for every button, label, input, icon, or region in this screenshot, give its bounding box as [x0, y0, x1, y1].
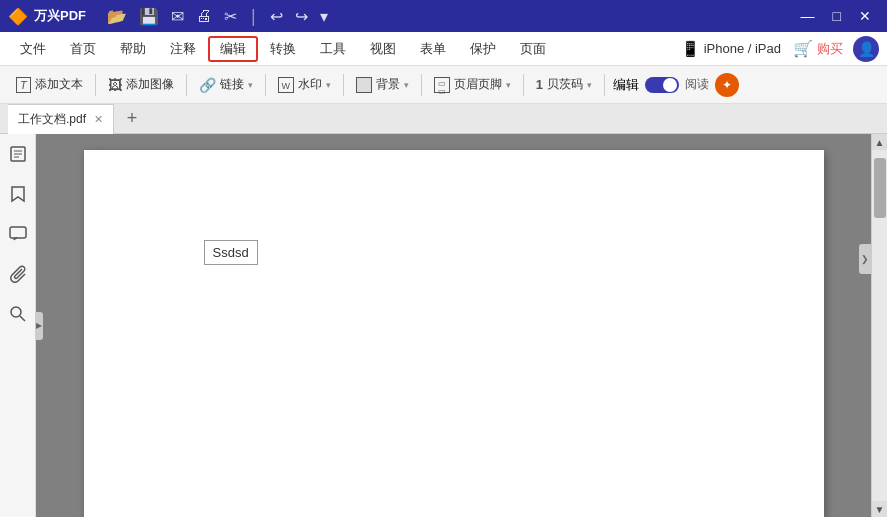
close-button[interactable]: ✕: [851, 6, 879, 26]
redo-icon[interactable]: ↪: [290, 5, 313, 28]
background-label: 背景: [376, 76, 400, 93]
print-icon[interactable]: 🖨: [191, 5, 217, 27]
scroll-thumb[interactable]: [874, 158, 886, 218]
edit-mode-label: 编辑: [613, 76, 639, 94]
user-avatar[interactable]: 👤: [853, 36, 879, 62]
toolbar: T 添加文本 🖼 添加图像 🔗 链接 ▾ W 水印 ▾ 背景 ▾ ▭▭ 页眉页脚…: [0, 66, 887, 104]
left-sidebar: ▶: [0, 134, 36, 517]
pdf-container: Ssdsd: [36, 134, 871, 517]
sep1: [95, 74, 96, 96]
maximize-button[interactable]: □: [825, 6, 849, 26]
bates-label: 贝茨码: [547, 76, 583, 93]
add-image-button[interactable]: 🖼 添加图像: [100, 72, 182, 97]
minimize-button[interactable]: —: [793, 6, 823, 26]
add-tab-button[interactable]: +: [118, 105, 146, 133]
shop-label: 购买: [817, 40, 843, 58]
tab-bar: 工作文档.pdf ✕ +: [0, 104, 887, 134]
sep5: [421, 74, 422, 96]
app-name: 万兴PDF: [34, 7, 86, 25]
menu-item-annotate[interactable]: 注释: [158, 36, 208, 62]
menu-item-home[interactable]: 首页: [58, 36, 108, 62]
text-box-content[interactable]: Ssdsd: [213, 245, 249, 260]
link-button[interactable]: 🔗 链接 ▾: [191, 72, 261, 97]
bates-dropdown-icon: ▾: [587, 80, 592, 90]
end-icon: ✦: [722, 78, 732, 92]
collapse-arrow-icon: ❯: [861, 254, 869, 264]
title-bar: 🔶 万兴PDF 📂 💾 ✉ 🖨 ✂ | ↩ ↪ ▾ — □ ✕: [0, 0, 887, 32]
tab-close-button[interactable]: ✕: [94, 113, 103, 126]
add-text-label: 添加文本: [35, 76, 83, 93]
sidebar-pages-icon[interactable]: [6, 142, 30, 166]
sep6: [523, 74, 524, 96]
add-image-label: 添加图像: [126, 76, 174, 93]
link-dropdown-icon: ▾: [248, 80, 253, 90]
mode-toggle[interactable]: [645, 77, 679, 93]
logo-area: 🔶 万兴PDF: [8, 7, 86, 26]
tab-label: 工作文档.pdf: [18, 111, 86, 128]
text-icon: T: [16, 77, 31, 93]
watermark-button[interactable]: W 水印 ▾: [270, 72, 339, 97]
right-scrollbar[interactable]: ▲ ▼: [871, 134, 887, 517]
sidebar-search-icon[interactable]: [6, 302, 30, 326]
watermark-icon: W: [278, 77, 294, 93]
bates-icon: 1: [536, 77, 543, 92]
scroll-down-button[interactable]: ▼: [872, 501, 888, 517]
toggle-knob: [663, 78, 677, 92]
sidebar-bookmark-icon[interactable]: [6, 182, 30, 206]
shop-button[interactable]: 🛒 购买: [793, 39, 843, 58]
undo-icon[interactable]: ↩: [265, 5, 288, 28]
menu-item-tools[interactable]: 工具: [308, 36, 358, 62]
menu-item-form[interactable]: 表单: [408, 36, 458, 62]
edit-toggle-area: 编辑 阅读: [613, 76, 709, 94]
menu-item-convert[interactable]: 转换: [258, 36, 308, 62]
add-text-button[interactable]: T 添加文本: [8, 72, 91, 97]
sep3: [265, 74, 266, 96]
menu-item-help[interactable]: 帮助: [108, 36, 158, 62]
menu-bar: 文件 首页 帮助 注释 编辑 转换 工具 视图 表单 保护 页面 📱 iPhon…: [0, 32, 887, 66]
background-dropdown-icon: ▾: [404, 80, 409, 90]
logo-icon: 🔶: [8, 7, 28, 26]
separator: |: [246, 4, 261, 29]
image-icon: 🖼: [108, 77, 122, 93]
menu-item-page[interactable]: 页面: [508, 36, 558, 62]
scroll-track[interactable]: [872, 150, 887, 501]
save-icon[interactable]: 💾: [134, 5, 164, 28]
text-box[interactable]: Ssdsd: [204, 240, 258, 265]
header-footer-label: 页眉页脚: [454, 76, 502, 93]
watermark-dropdown-icon: ▾: [326, 80, 331, 90]
menu-item-view[interactable]: 视图: [358, 36, 408, 62]
sep2: [186, 74, 187, 96]
toolbar-end-button[interactable]: ✦: [715, 73, 739, 97]
dropdown-arrow-icon[interactable]: ▾: [315, 5, 333, 28]
sidebar-attachment-icon[interactable]: [6, 262, 30, 286]
window-controls: — □ ✕: [793, 6, 879, 26]
menu-item-edit[interactable]: 编辑: [208, 36, 258, 62]
tab-document[interactable]: 工作文档.pdf ✕: [8, 104, 114, 134]
background-icon: [356, 77, 372, 93]
sidebar-expand-handle[interactable]: ▶: [35, 312, 43, 340]
expand-chevron-icon: ▶: [36, 321, 42, 330]
sidebar-comment-icon[interactable]: [6, 222, 30, 246]
open-folder-icon[interactable]: 📂: [102, 5, 132, 28]
scissors-icon[interactable]: ✂: [219, 5, 242, 28]
scroll-up-button[interactable]: ▲: [872, 134, 888, 150]
email-icon[interactable]: ✉: [166, 5, 189, 28]
bates-button[interactable]: 1 贝茨码 ▾: [528, 72, 600, 97]
right-collapse-handle[interactable]: ❯: [859, 244, 871, 274]
device-label[interactable]: 📱 iPhone / iPad: [681, 40, 781, 58]
svg-line-6: [20, 316, 25, 321]
header-footer-dropdown-icon: ▾: [506, 80, 511, 90]
sep7: [604, 74, 605, 96]
watermark-label: 水印: [298, 76, 322, 93]
phone-icon: 📱: [681, 40, 700, 58]
link-icon: 🔗: [199, 77, 216, 93]
background-button[interactable]: 背景 ▾: [348, 72, 417, 97]
pdf-page: Ssdsd: [84, 150, 824, 517]
main-area: ▶ Ssdsd ▲ ▼ ❯: [0, 134, 887, 517]
link-label: 链接: [220, 76, 244, 93]
menu-item-protect[interactable]: 保护: [458, 36, 508, 62]
header-footer-button[interactable]: ▭▭ 页眉页脚 ▾: [426, 72, 519, 97]
header-footer-icon: ▭▭: [434, 77, 450, 93]
sep4: [343, 74, 344, 96]
menu-item-file[interactable]: 文件: [8, 36, 58, 62]
